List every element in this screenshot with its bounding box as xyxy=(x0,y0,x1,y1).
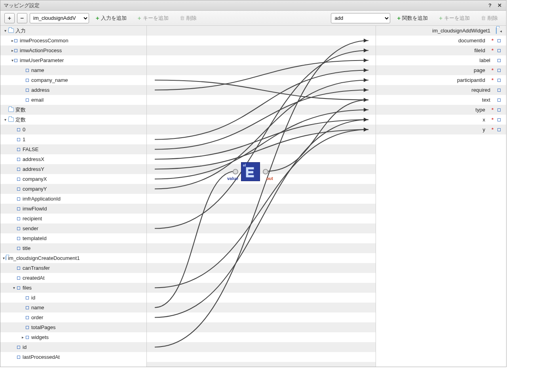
tree-row[interactable]: imfrApplicationId xyxy=(0,194,146,204)
tree-row[interactable]: companyX xyxy=(0,174,146,184)
field-icon xyxy=(497,59,501,62)
tree-row[interactable]: page* xyxy=(376,65,506,75)
delete-left-button[interactable]: 🗑削除 xyxy=(175,13,201,23)
tree-row[interactable]: createdAt xyxy=(0,273,146,283)
expand-toggle-icon[interactable]: ▾ xyxy=(3,28,8,33)
expand-toggle-icon[interactable]: ▾ xyxy=(11,58,13,62)
field-icon xyxy=(497,128,501,131)
tree-row[interactable]: id xyxy=(0,342,146,352)
tree-row[interactable]: recipient xyxy=(0,214,146,223)
expand-toggle-icon[interactable]: ▸ xyxy=(11,48,13,53)
tree-label: documentId xyxy=(458,38,485,44)
add-panel-button[interactable]: + xyxy=(4,13,15,23)
tree-label: createdAt xyxy=(23,275,45,281)
tree-label: imwActionProcess xyxy=(20,47,62,53)
plus-icon: + xyxy=(397,15,401,21)
tree-label: widgets xyxy=(31,334,49,340)
tree-row[interactable]: 0 xyxy=(0,125,146,134)
tree-label: templateId xyxy=(23,235,47,241)
add-input-button[interactable]: +入力を追加 xyxy=(91,13,131,23)
field-icon xyxy=(17,237,20,240)
tree-row[interactable]: name xyxy=(0,303,146,312)
function-in-label: value xyxy=(227,176,238,181)
add-key-left-button[interactable]: +キーを追加 xyxy=(133,13,173,23)
tree-row[interactable]: im_cloudsignAddWidget1◂ xyxy=(376,26,506,36)
titlebar: マッピング設定 ? ✕ xyxy=(0,0,506,11)
tree-label: imwFlowId xyxy=(23,206,47,212)
tree-label: fileId xyxy=(474,47,485,53)
tree-row[interactable]: companyY xyxy=(0,184,146,194)
tree-row[interactable]: y* xyxy=(376,125,506,134)
function-out-label: out xyxy=(266,176,273,181)
mapping-canvas[interactable]: el value out xyxy=(147,26,376,367)
tree-row[interactable]: x* xyxy=(376,115,506,125)
tree-label: name xyxy=(31,67,44,73)
tree-row[interactable]: ▾imwUserParameter xyxy=(0,55,146,65)
tree-row[interactable]: 1 xyxy=(0,134,146,144)
left-entity-select[interactable]: im_cloudsignAddV xyxy=(30,13,89,23)
expand-toggle-icon[interactable]: ◂ xyxy=(498,29,503,33)
field-icon xyxy=(17,227,20,230)
plus-icon: + xyxy=(439,15,442,21)
field-icon xyxy=(17,168,20,171)
tree-row[interactable]: documentId* xyxy=(376,36,506,45)
expand-toggle-icon[interactable]: ▸ xyxy=(11,38,13,43)
function-in-port[interactable] xyxy=(233,169,238,174)
field-icon xyxy=(497,49,501,52)
tree-label: im_cloudsignAddWidget1 xyxy=(432,28,490,34)
tree-row[interactable]: text xyxy=(376,95,506,105)
field-icon xyxy=(17,356,20,359)
window-title: マッピング設定 xyxy=(4,2,484,9)
folder-icon xyxy=(8,28,14,33)
tree-label: 定数 xyxy=(15,116,26,123)
help-icon[interactable]: ? xyxy=(486,2,494,9)
target-tree-panel[interactable]: im_cloudsignAddWidget1◂documentId*fileId… xyxy=(376,26,506,367)
field-icon xyxy=(497,118,501,121)
add-key-right-button[interactable]: +キーを追加 xyxy=(435,13,474,23)
tree-row[interactable]: FALSE xyxy=(0,144,146,154)
tree-row[interactable]: fileId* xyxy=(376,45,506,55)
expand-toggle-icon[interactable]: ▸ xyxy=(20,335,25,339)
tree-row[interactable]: order xyxy=(0,312,146,322)
tree-row[interactable]: participantId* xyxy=(376,75,506,85)
tree-label: canTransfer xyxy=(23,265,50,271)
field-icon xyxy=(14,59,17,62)
function-out-port[interactable] xyxy=(263,169,268,174)
tree-row[interactable]: canTransfer xyxy=(0,263,146,273)
tree-row[interactable]: type* xyxy=(376,105,506,115)
field-icon xyxy=(26,316,29,319)
field-icon xyxy=(26,306,29,309)
tree-label: id xyxy=(23,344,27,350)
tree-row[interactable]: id xyxy=(0,293,146,303)
tree-label: addressX xyxy=(23,156,44,162)
tree-label: recipient xyxy=(23,216,42,222)
tree-row[interactable]: ▾im_cloudsignCreateDocument1 xyxy=(0,253,146,263)
tree-row[interactable]: required xyxy=(376,85,506,95)
plus-icon: + xyxy=(96,15,99,21)
source-tree-panel[interactable]: ▾入力▸imwProcessCommon▸imwActionProcess▾im… xyxy=(0,26,147,367)
tree-row[interactable]: ▾定数 xyxy=(0,115,146,125)
tree-row[interactable]: ▾files xyxy=(0,283,146,293)
tree-row[interactable]: lastProcessedAt xyxy=(0,352,146,362)
field-icon xyxy=(497,89,501,92)
function-node[interactable]: el value out xyxy=(241,162,260,181)
right-function-select[interactable]: add xyxy=(331,13,390,23)
add-function-button[interactable]: +関数を追加 xyxy=(393,13,432,23)
tree-row[interactable]: addressX xyxy=(0,154,146,164)
tree-row[interactable]: addressY xyxy=(0,164,146,174)
remove-panel-button[interactable]: − xyxy=(17,13,27,23)
required-marker: * xyxy=(492,107,494,113)
expand-toggle-icon[interactable]: ▾ xyxy=(3,256,5,260)
tree-row[interactable]: imwFlowId xyxy=(0,204,146,214)
tree-row[interactable]: totalPages xyxy=(0,322,146,332)
tree-row[interactable]: label xyxy=(376,55,506,65)
expand-toggle-icon[interactable]: ▾ xyxy=(11,286,16,290)
mapping-editor-window: マッピング設定 ? ✕ + − im_cloudsignAddV +入力を追加 … xyxy=(0,0,507,367)
expand-toggle-icon[interactable]: ▾ xyxy=(3,117,8,122)
close-icon[interactable]: ✕ xyxy=(496,2,503,9)
tree-row[interactable]: name xyxy=(0,65,146,75)
field-icon xyxy=(497,79,501,82)
tree-label: im_cloudsignCreateDocument1 xyxy=(8,255,80,261)
delete-right-button[interactable]: 🗑削除 xyxy=(476,13,502,23)
tree-row[interactable]: ▸widgets xyxy=(0,332,146,342)
